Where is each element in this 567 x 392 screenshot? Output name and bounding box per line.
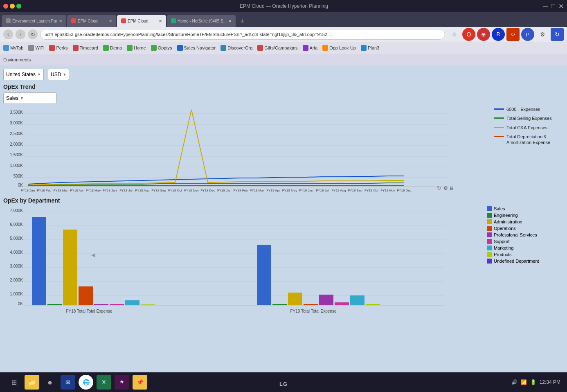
refresh-icon[interactable]: ↻ <box>551 28 564 41</box>
svg-text:FY18 Dec: FY18 Dec <box>200 189 215 192</box>
legend-ga-line <box>494 127 504 128</box>
url-bar[interactable]: ucf4-epm0053-gse.oracledemos.com/Hyperio… <box>40 29 445 40</box>
new-tab-btn[interactable]: + <box>236 16 248 27</box>
svg-text:FY19 Jul: FY19 Jul <box>316 189 329 192</box>
legend-undefined-department: Undefined Department <box>487 259 564 264</box>
legend-support-color <box>487 239 492 244</box>
taskbar-start-btn[interactable]: ⊞ <box>7 375 21 390</box>
tab-close-btn[interactable]: ✕ <box>159 19 162 23</box>
minimize-icon[interactable]: ─ <box>543 2 548 10</box>
window-title: EPM Cloud — Oracle Hyperion Planning <box>27 3 541 9</box>
taskbar-network: 📶 <box>521 379 527 385</box>
svg-text:FY18 Jan: FY18 Jan <box>21 189 35 192</box>
bookmark-label: Timecard <box>80 45 98 50</box>
close-icon[interactable]: ✕ <box>558 2 564 10</box>
legend-operations: Operations <box>487 226 564 231</box>
bookmark-label: Home <box>134 45 146 50</box>
cursor-indicator <box>91 253 95 257</box>
taskbar-notes[interactable]: 📌 <box>133 375 147 390</box>
bookmark-plan3[interactable]: Plan3 <box>361 45 379 51</box>
svg-text:2,000K: 2,000K <box>10 278 23 282</box>
svg-text:FY18 Sep: FY18 Sep <box>151 189 166 192</box>
browser-icon-3[interactable]: O <box>506 28 520 41</box>
opex-trend-section: OpEx Trend Sales ▼ 3,500K 3,000K 2,500K … <box>3 83 564 194</box>
taskbar-file-explorer[interactable]: 📁 <box>25 375 39 390</box>
extensions-icon[interactable]: O <box>462 28 475 41</box>
svg-text:6,000K: 6,000K <box>10 222 23 227</box>
svg-text:FY19 May: FY19 May <box>282 189 297 192</box>
taskbar-excel[interactable]: X <box>97 375 111 390</box>
tab-favicon <box>71 18 76 23</box>
chart-refresh-icon[interactable]: ↻ <box>437 185 441 191</box>
bookmark-gifts[interactable]: Gifts/Campaigns <box>257 45 297 51</box>
bookmark-opptys[interactable]: Opptys <box>151 45 172 51</box>
forward-btn[interactable]: › <box>16 29 25 39</box>
trend-department-dropdown[interactable]: Sales ▼ <box>3 92 56 104</box>
bookmark-label: Perks <box>56 45 68 50</box>
x-label-fy19: FY19 Total Total Expense <box>290 309 336 313</box>
currency-dropdown[interactable]: USD ▼ <box>48 69 69 80</box>
taskbar-slack[interactable]: # <box>115 375 129 390</box>
legend-marketing-color <box>487 246 492 250</box>
trend-chart-legend: 6000 - Expenses Total Selling Expenses T… <box>490 106 564 145</box>
region-dropdown[interactable]: United States ▼ <box>3 69 44 80</box>
window-controls[interactable] <box>3 4 21 9</box>
bookmark-discoverorg[interactable]: DiscoverOrg <box>220 45 252 51</box>
bookmark-sales-navigator[interactable]: Sales Navigator <box>177 45 216 51</box>
svg-text:FY19 Jun: FY19 Jun <box>299 189 313 192</box>
address-bar: ‹ › ↻ ucf4-epm0053-gse.oracledemos.com/H… <box>0 27 567 42</box>
taskbar-time: 🔊 <box>511 379 518 385</box>
tab-environment-launch-pad[interactable]: Environment Launch Pad ✕ <box>2 15 66 27</box>
bookmark-icon <box>49 45 55 51</box>
chart-grid-icon[interactable]: ⊞ <box>450 185 453 191</box>
minimize-window-btn[interactable] <box>10 4 15 9</box>
bar-chart-area: 7,000K 6,000K 5,000K 4,000K 3,000K 2,000… <box>3 206 482 322</box>
browser-icon-2[interactable]: R <box>492 28 505 41</box>
maximize-window-btn[interactable] <box>16 4 21 9</box>
restore-icon[interactable]: □ <box>551 2 555 10</box>
bookmark-star-icon[interactable]: ☆ <box>448 28 461 41</box>
taskbar-dot[interactable]: ● <box>43 375 57 390</box>
svg-text:0K: 0K <box>18 302 23 306</box>
profile-icon[interactable]: P <box>521 28 534 41</box>
settings-gear-icon[interactable]: ⚙ <box>536 28 549 41</box>
browser-icon-1[interactable]: ⊕ <box>477 28 490 41</box>
trend-chart-container: 3,500K 3,000K 2,500K 2,000K 1,500K 1,000… <box>3 106 564 194</box>
bookmark-home[interactable]: Home <box>127 45 146 51</box>
bookmark-label: WiFi <box>35 45 44 50</box>
url-text: ucf4-epm0053-gse.oracledemos.com/Hyperio… <box>45 32 331 37</box>
bookmark-demo[interactable]: Demo <box>103 45 122 51</box>
reload-btn[interactable]: ↻ <box>28 29 38 39</box>
bookmark-timecard[interactable]: Timecard <box>73 45 98 51</box>
legend-selling-line <box>494 117 504 119</box>
currency-dropdown-arrow: ▼ <box>63 72 66 77</box>
tab-close-btn[interactable]: ✕ <box>228 19 232 23</box>
currency-label: USD <box>51 72 61 77</box>
tab-netsuite[interactable]: Home - NetSuite (9465 S... ✕ <box>167 15 236 27</box>
region-dropdown-arrow: ▼ <box>37 72 41 77</box>
taskbar-outlook[interactable]: ✉ <box>61 375 75 390</box>
taskbar-chrome[interactable]: 🌐 <box>79 375 93 390</box>
bookmark-icon <box>28 45 34 51</box>
tab-epm-cloud-1[interactable]: EPM Cloud ✕ <box>67 15 116 27</box>
bar-fy18-support <box>110 304 124 305</box>
legend-products: Products <box>487 252 564 257</box>
bookmark-perks[interactable]: Perks <box>49 45 68 51</box>
chart-settings-icon[interactable]: ⚙ <box>443 185 448 191</box>
tab-epm-cloud-active[interactable]: EPM Cloud ✕ <box>117 15 166 27</box>
bookmark-opp-look-up[interactable]: Opp Look Up <box>322 45 356 51</box>
svg-text:7,000K: 7,000K <box>10 208 23 213</box>
legend-support-label: Support <box>494 239 510 244</box>
bookmark-environments[interactable]: Environments <box>3 57 31 62</box>
tab-favicon <box>6 18 11 23</box>
back-btn[interactable]: ‹ <box>3 29 13 39</box>
bookmark-wifi[interactable]: WiFi <box>28 45 44 51</box>
tab-close-btn[interactable]: ✕ <box>59 19 62 23</box>
bookmark-aria[interactable]: Aria <box>303 45 318 51</box>
bookmark-mytab[interactable]: MyTab <box>3 45 23 51</box>
tab-label: Home - NetSuite (9465 S... <box>178 19 227 23</box>
chart-action-icons[interactable]: ↻ ⚙ ⊞ <box>437 185 453 191</box>
close-window-btn[interactable] <box>3 4 8 9</box>
legend-engineering: Engineering <box>487 213 564 218</box>
tab-close-btn[interactable]: ✕ <box>109 19 112 23</box>
